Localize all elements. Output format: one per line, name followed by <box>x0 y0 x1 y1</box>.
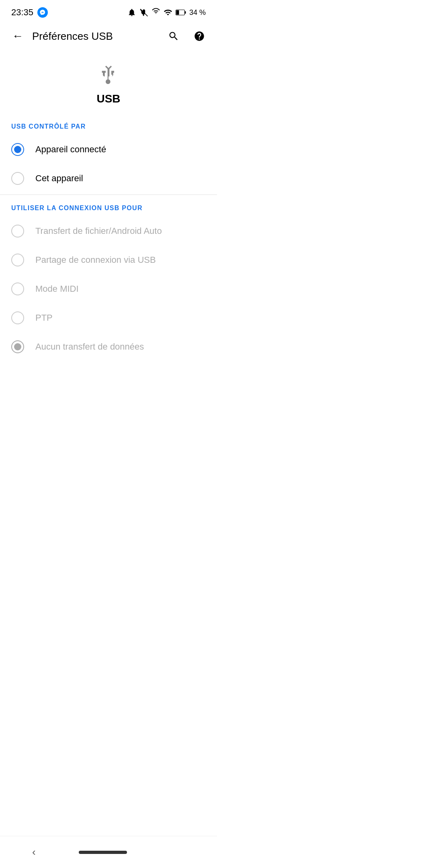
signal-icon <box>164 8 172 17</box>
section-usb-controlled: USB CONTRÔLÉ PAR Appareil connecté Cet a… <box>0 115 217 193</box>
alarm-icon <box>127 8 136 17</box>
back-button[interactable]: ← <box>8 27 27 46</box>
section-divider <box>0 194 217 195</box>
usb-label: USB <box>96 92 120 105</box>
back-arrow-icon: ← <box>12 30 23 43</box>
radio-usb-tethering <box>11 254 24 266</box>
radio-this-device <box>11 172 24 185</box>
label-no-transfer: Aucun transfert de données <box>35 342 144 352</box>
status-time: 23:35 <box>11 7 33 18</box>
search-button[interactable] <box>164 27 183 46</box>
label-file-transfer: Transfert de fichier/Android Auto <box>35 226 162 236</box>
option-this-device[interactable]: Cet appareil <box>0 164 217 193</box>
radio-midi <box>11 283 24 295</box>
option-ptp[interactable]: PTP <box>0 303 217 332</box>
help-button[interactable] <box>190 27 209 46</box>
top-actions <box>164 27 209 46</box>
status-left: 23:35 <box>11 7 48 18</box>
status-bar: 23:35 34 % <box>0 0 217 22</box>
radio-file-transfer <box>11 225 24 237</box>
search-icon <box>168 31 179 42</box>
section-usb-controlled-title: USB CONTRÔLÉ PAR <box>0 115 217 135</box>
usb-header: USB <box>0 51 217 115</box>
label-ptp: PTP <box>35 313 53 323</box>
battery-icon <box>176 8 186 17</box>
status-right: 34 % <box>127 8 206 17</box>
option-midi[interactable]: Mode MIDI <box>0 274 217 303</box>
svg-rect-2 <box>176 10 179 15</box>
usb-icon <box>96 63 121 88</box>
radio-ptp <box>11 311 24 324</box>
top-bar: ← Préférences USB <box>0 22 217 51</box>
mute-icon <box>139 8 148 17</box>
option-connected-device[interactable]: Appareil connecté <box>0 135 217 164</box>
help-icon <box>194 31 205 42</box>
svg-rect-1 <box>185 11 186 14</box>
radio-no-transfer <box>11 340 24 353</box>
messenger-icon <box>37 7 48 18</box>
page-title: Préférences USB <box>32 30 164 43</box>
radio-connected-device <box>11 143 24 156</box>
section-usb-use: UTILISER LA CONNEXION USB POUR Transfert… <box>0 197 217 361</box>
option-file-transfer[interactable]: Transfert de fichier/Android Auto <box>0 217 217 246</box>
label-midi: Mode MIDI <box>35 284 79 294</box>
label-usb-tethering: Partage de connexion via USB <box>35 255 156 265</box>
battery-percentage: 34 % <box>189 8 206 17</box>
wifi-icon <box>151 8 160 17</box>
label-this-device: Cet appareil <box>35 173 83 184</box>
option-no-transfer[interactable]: Aucun transfert de données <box>0 332 217 361</box>
section-usb-use-title: UTILISER LA CONNEXION USB POUR <box>0 197 217 217</box>
label-connected-device: Appareil connecté <box>35 144 106 155</box>
option-usb-tethering[interactable]: Partage de connexion via USB <box>0 246 217 274</box>
